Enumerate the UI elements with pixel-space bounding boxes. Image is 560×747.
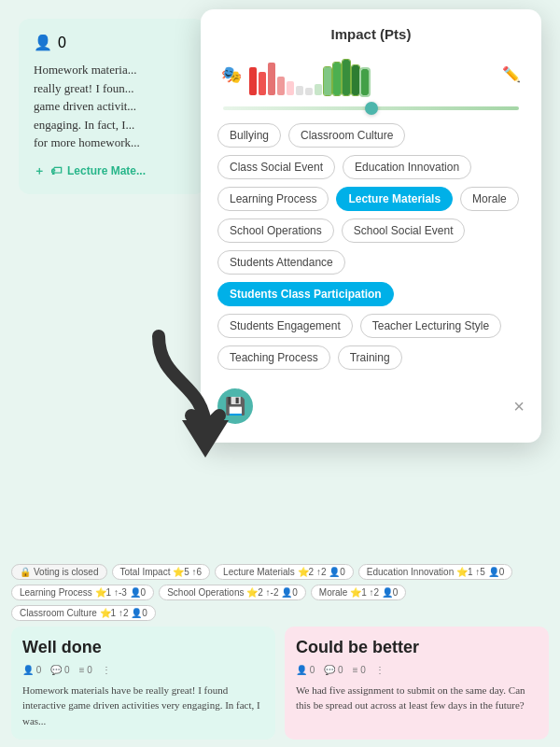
tag-bullying[interactable]: Bullying xyxy=(217,123,281,148)
chart-bar-7 xyxy=(315,84,322,95)
well-done-comments: 💬 0 xyxy=(50,665,69,675)
well-done-meta: 👤 0 💬 0 ≡ 0 ⋮ xyxy=(22,665,264,675)
well-done-title: Well done xyxy=(22,638,264,657)
could-be-better-meta: 👤 0 💬 0 ≡ 0 ⋮ xyxy=(296,665,538,675)
category-popup: Impact (Pts) 🎭 ✏️ BullyingClassroom Cult… xyxy=(201,9,541,443)
theater-icon: 🎭 xyxy=(221,64,242,85)
top-card-body: Homework materia... really great! I foun… xyxy=(34,61,190,152)
chart-bar-1 xyxy=(259,72,266,95)
tag-students-class-participation[interactable]: Students Class Participation xyxy=(217,282,394,306)
chart-area: 🎭 ✏️ xyxy=(217,53,525,95)
could-be-better-list: ≡ 0 xyxy=(353,665,366,675)
save-button[interactable]: 💾 xyxy=(217,388,253,424)
chart-bar-5 xyxy=(296,86,303,95)
well-done-list: ≡ 0 xyxy=(79,665,92,675)
tag-students-engagement[interactable]: Students Engagement xyxy=(217,314,353,338)
tag-teaching-process[interactable]: Teaching Process xyxy=(217,345,330,370)
bar-chart xyxy=(249,53,495,95)
slider-thumb xyxy=(365,102,378,115)
education-innovation-pill: Education Innovation ⭐1 ↑5 👤0 xyxy=(358,564,512,580)
learning-process-label: Learning Process ⭐1 ↑-3 👤0 xyxy=(20,587,146,598)
chart-bar-3 xyxy=(277,77,285,95)
tag-grid: BullyingClassroom CultureClass Social Ev… xyxy=(217,123,525,370)
chart-bar-12 xyxy=(361,69,369,95)
tag-education-innovation[interactable]: Education Innovation xyxy=(343,155,471,179)
well-done-body: Homework materials have be really great!… xyxy=(22,683,264,729)
could-be-better-body: We had five assignment to submit on the … xyxy=(296,683,538,713)
well-done-avatar: 👤 0 xyxy=(22,665,41,675)
tag-training[interactable]: Training xyxy=(338,345,402,370)
lecture-materials-label: Lecture Materials ⭐2 ↑2 👤0 xyxy=(223,567,345,577)
tag-icon: 🏷 xyxy=(50,164,62,177)
chart-bar-8 xyxy=(324,67,331,95)
classroom-culture-pill: Classroom Culture ⭐1 ↑2 👤0 xyxy=(11,605,156,621)
total-impact-pill: Total Impact ⭐5 ↑6 xyxy=(112,564,211,580)
tag-school-social-event[interactable]: School Social Event xyxy=(342,218,466,243)
chart-bar-0 xyxy=(249,67,257,95)
lock-icon: 🔒 xyxy=(20,567,31,577)
tag-students-attendance[interactable]: Students Attendance xyxy=(217,250,345,275)
tag-morale[interactable]: Morale xyxy=(460,187,519,211)
education-innovation-label: Education Innovation ⭐1 ↑5 👤0 xyxy=(367,567,504,577)
morale-label: Morale ⭐1 ↑2 👤0 xyxy=(319,587,399,598)
school-operations-label: School Operations ⭐2 ↑-2 👤0 xyxy=(167,587,298,598)
top-card: 👤 0 Homework materia... really great! I … xyxy=(19,19,205,194)
popup-footer: 💾 × xyxy=(217,385,525,424)
bottom-cards-row: Well done 👤 0 💬 0 ≡ 0 ⋮ Homework materia… xyxy=(11,627,549,740)
lecture-materials-pill: Lecture Materials ⭐2 ↑2 👤0 xyxy=(215,564,354,580)
top-card-count: 0 xyxy=(58,35,66,51)
bottom-section: 🔒 Voting is closed Total Impact ⭐5 ↑6 Le… xyxy=(0,557,560,748)
tag-school-operations[interactable]: School Operations xyxy=(217,218,334,243)
slider-track xyxy=(223,106,519,110)
school-operations-pill: School Operations ⭐2 ↑-2 👤0 xyxy=(159,585,306,600)
classroom-culture-label: Classroom Culture ⭐1 ↑2 👤0 xyxy=(20,608,147,618)
chart-bar-9 xyxy=(333,63,341,95)
morale-pill: Morale ⭐1 ↑2 👤0 xyxy=(311,585,407,600)
could-be-better-avatar: 👤 0 xyxy=(296,665,315,675)
learning-process-pill: Learning Process ⭐1 ↑-3 👤0 xyxy=(11,585,154,600)
tag-lecture-materials[interactable]: Lecture Materials xyxy=(336,187,453,211)
avatar-icon: 👤 xyxy=(34,34,52,51)
close-button[interactable]: × xyxy=(513,396,525,417)
add-icon: ＋ xyxy=(34,163,45,179)
could-be-better-more[interactable]: ⋮ xyxy=(375,665,385,675)
slider-row[interactable] xyxy=(217,106,525,110)
well-done-more[interactable]: ⋮ xyxy=(102,665,111,675)
tag-teacher-lecturing-style[interactable]: Teacher Lecturing Style xyxy=(360,314,501,338)
edit-icon[interactable]: ✏️ xyxy=(502,65,521,83)
could-be-better-card: Could be better 👤 0 💬 0 ≡ 0 ⋮ We had fiv… xyxy=(285,627,549,740)
tag-classroom-culture[interactable]: Classroom Culture xyxy=(288,123,405,148)
could-be-better-comments: 💬 0 xyxy=(324,665,343,675)
could-be-better-title: Could be better xyxy=(296,638,538,657)
status-bar: 🔒 Voting is closed Total Impact ⭐5 ↑6 Le… xyxy=(11,564,549,621)
chart-bar-11 xyxy=(352,65,359,95)
popup-title: Impact (Pts) xyxy=(217,26,525,42)
top-card-header: 👤 0 xyxy=(34,34,190,51)
well-done-card: Well done 👤 0 💬 0 ≡ 0 ⋮ Homework materia… xyxy=(11,627,275,740)
chart-bar-4 xyxy=(287,81,294,95)
tag-learning-process[interactable]: Learning Process xyxy=(217,187,329,211)
tag-class-social-event[interactable]: Class Social Event xyxy=(217,155,335,179)
top-card-footer: ＋ 🏷 Lecture Mate... xyxy=(34,163,190,179)
total-impact-label: Total Impact ⭐5 ↑6 xyxy=(120,567,203,577)
top-card-tag-label: Lecture Mate... xyxy=(67,164,146,177)
chart-bar-10 xyxy=(343,60,350,95)
chart-bar-6 xyxy=(305,88,313,95)
voting-closed-pill: 🔒 Voting is closed xyxy=(11,564,107,580)
chart-bar-2 xyxy=(268,63,275,95)
voting-closed-label: Voting is closed xyxy=(34,567,99,577)
